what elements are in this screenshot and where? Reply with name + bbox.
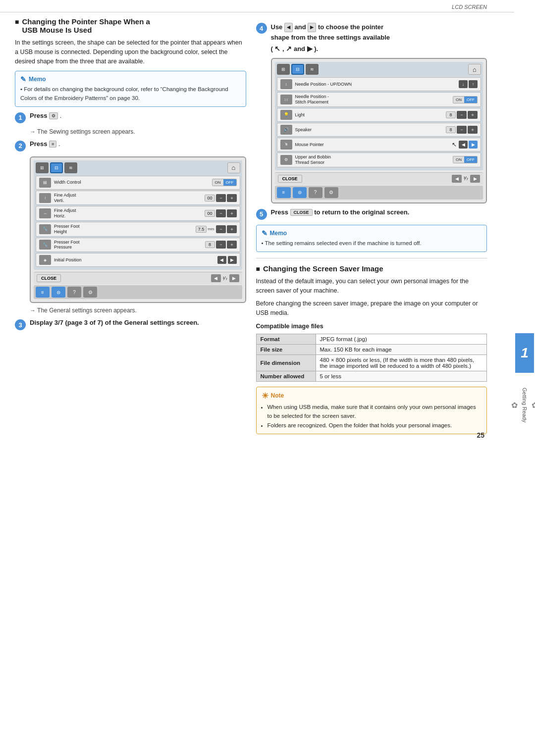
section-title-1: Changing the Pointer Shape When a USB Mo… — [22, 17, 150, 34]
close-btn-2[interactable]: CLOSE — [278, 175, 302, 183]
verti-plus[interactable]: ＋ — [227, 194, 237, 202]
pfpressure-minus[interactable]: － — [216, 241, 226, 249]
icon-bar-item-4[interactable]: ⚙ — [83, 287, 97, 298]
mousepointer-left[interactable]: ◀ — [459, 141, 468, 149]
note-title: ☀ Note — [262, 391, 482, 401]
step-4-arrow-left[interactable]: ◀ — [284, 23, 293, 32]
icon-bar-2: ≡ ⊜ ? ⚙ — [275, 186, 483, 200]
section2-text2: Before changing the screen saver image, … — [256, 299, 487, 318]
nav-left-1[interactable]: ◀ — [211, 274, 221, 282]
section-heading-1: Changing the Pointer Shape When a USB Mo… — [15, 17, 246, 34]
horiz-controls[interactable]: － ＋ — [216, 209, 237, 217]
needle-updown-a[interactable]: ↓ — [459, 80, 468, 88]
settings-row-width: ▤ Width Control ON OFF — [36, 176, 240, 190]
note-bullet-2: Folders are recognized. Open the folder … — [268, 421, 482, 430]
lcd-icon-2-2[interactable]: ⊟ — [291, 64, 304, 75]
lcd-home-icon[interactable]: ⌂ — [227, 162, 240, 173]
page-number: 25 — [477, 431, 484, 439]
lcd-top-icons-1: ⊞ ⊟ ≋ ⌂ — [36, 162, 240, 173]
nav-right-1[interactable]: ▶ — [229, 274, 239, 282]
pfheight-label: Presser FootHeight — [54, 224, 196, 235]
pfpressure-icon: 🔧 — [39, 240, 51, 250]
step-2-arrow: → The General settings screen appears. — [30, 307, 246, 314]
needle-stitch-on[interactable]: ON — [453, 97, 464, 103]
mousepointer-right[interactable]: ▶ — [469, 141, 478, 149]
mousepointer-arrows[interactable]: ◀ ▶ — [459, 141, 478, 149]
verti-minus[interactable]: － — [216, 194, 226, 202]
initpos-left[interactable]: ◀ — [217, 256, 226, 264]
lcd-icon-2[interactable]: ⊟ — [50, 162, 63, 173]
icon-bar-item-1[interactable]: ≡ — [36, 287, 50, 298]
needle-stitch-off[interactable]: OFF — [464, 97, 477, 103]
step-2-button-img[interactable]: ≡ — [49, 141, 56, 148]
speaker-value: 8 — [446, 126, 456, 133]
needle-stitch-icon: ↕↕ — [280, 95, 292, 104]
needle-updown-b[interactable]: ↑ — [469, 80, 478, 88]
table-row-numallowed: Number allowed 5 or less — [256, 371, 487, 381]
width-toggle[interactable]: ON OFF — [212, 179, 237, 186]
cursor-3: ▶ — [307, 45, 313, 52]
bobbin-off[interactable]: OFF — [464, 156, 477, 163]
pfpressure-controls[interactable]: － ＋ — [216, 241, 237, 249]
nav-left-2[interactable]: ◀ — [452, 175, 462, 183]
pfheight-minus[interactable]: － — [216, 225, 226, 233]
close-inline-btn[interactable]: CLOSE — [290, 209, 313, 216]
nav-right-2[interactable]: ▶ — [470, 175, 480, 183]
pfheight-controls[interactable]: － ＋ — [216, 225, 237, 233]
speaker-minus[interactable]: － — [457, 126, 467, 134]
icon-bar-item-2-2[interactable]: ⊜ — [293, 187, 307, 198]
needle-stitch-toggle[interactable]: ON OFF — [453, 96, 478, 103]
step-4-arrow-right[interactable]: ▶ — [308, 23, 316, 32]
page-header: LCD SCREEN — [0, 0, 514, 12]
step-3: 3 Display 3/7 (page 3 of 7) of the Gener… — [15, 319, 246, 330]
memo-title-2: Memo — [262, 229, 482, 237]
icon-bar-item-2-3[interactable]: ? — [309, 187, 322, 198]
table-cell-format: JPEG format (.jpg) — [316, 334, 487, 344]
lcd-panel-inner-1: ⊞ ⊟ ≋ ⌂ ▤ Width Control ON O — [34, 160, 242, 270]
light-controls[interactable]: － ＋ — [457, 111, 478, 119]
step-1: 1 Press ⚙ . — [15, 112, 246, 123]
step-5: 5 Press CLOSE to return to the original … — [256, 208, 487, 220]
step-1-button-img[interactable]: ⚙ — [49, 112, 58, 119]
light-minus[interactable]: － — [457, 111, 467, 119]
note-box: ☀ Note When using USB media, make sure t… — [256, 387, 487, 434]
initpos-icon: ◈ — [39, 255, 51, 265]
lcd-icon-1[interactable]: ⊞ — [36, 162, 49, 173]
lcd-icon-2-3[interactable]: ≋ — [306, 64, 319, 75]
icon-bar-item-2-1[interactable]: ≡ — [277, 187, 291, 198]
speaker-controls[interactable]: － ＋ — [457, 126, 478, 134]
lcd-icon-3[interactable]: ≋ — [64, 162, 77, 173]
settings-row-initpos: ◈ Initial Position ◀ ▶ — [36, 253, 240, 267]
table-cell-numallowed: 5 or less — [316, 371, 487, 381]
nav-bar-2: CLOSE ◀ ³⁄₇ ▶ — [275, 172, 483, 185]
table-row-filesize: File size Max. 150 KB for each image — [256, 344, 487, 354]
verti-controls[interactable]: － ＋ — [216, 194, 237, 202]
icon-bar-item-2[interactable]: ⊜ — [52, 287, 65, 298]
step-3-content: Display 3/7 (page 3 of 7) of the General… — [30, 319, 246, 326]
lcd-icon-2-1[interactable]: ⊞ — [277, 64, 290, 75]
close-btn-1[interactable]: CLOSE — [37, 274, 61, 282]
lcd-home-icon-2[interactable]: ⌂ — [468, 64, 481, 75]
bobbin-toggle[interactable]: ON OFF — [453, 156, 478, 163]
horiz-plus[interactable]: ＋ — [227, 209, 237, 217]
bobbin-on[interactable]: ON — [453, 156, 464, 163]
horiz-minus[interactable]: － — [216, 209, 226, 217]
header-title: LCD SCREEN — [452, 4, 487, 10]
verti-icon: ↕ — [39, 193, 51, 203]
light-icon: 💡 — [280, 110, 292, 120]
needle-updown-controls[interactable]: ↓ ↑ — [459, 80, 478, 88]
initpos-right[interactable]: ▶ — [228, 256, 237, 264]
width-label: Width Control — [54, 180, 212, 185]
width-off[interactable]: OFF — [223, 179, 236, 186]
speaker-plus[interactable]: ＋ — [468, 126, 478, 134]
pfheight-plus[interactable]: ＋ — [227, 225, 237, 233]
compat-heading: Compatible image files — [256, 323, 487, 330]
light-plus[interactable]: ＋ — [468, 111, 478, 119]
width-on[interactable]: ON — [213, 179, 223, 186]
pfpressure-plus[interactable]: ＋ — [227, 241, 237, 249]
icon-bar-item-2-4[interactable]: ⚙ — [324, 187, 338, 198]
pfheight-value: 7.5 — [196, 226, 207, 233]
icon-bar-item-3[interactable]: ? — [67, 287, 81, 298]
memo-box-1: Memo • For details on changing the backg… — [15, 71, 246, 107]
initpos-arrows[interactable]: ◀ ▶ — [217, 256, 237, 264]
